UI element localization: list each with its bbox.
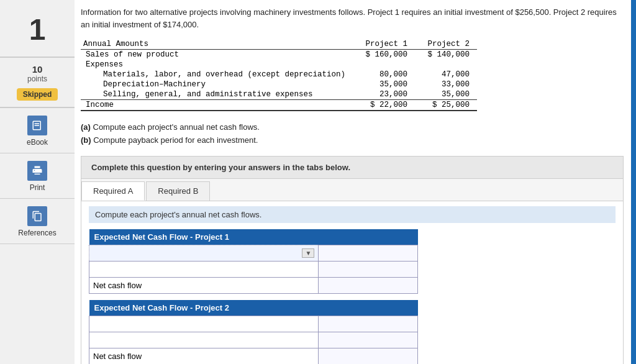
- project1-row2: [89, 261, 418, 277]
- col-annual-amounts: Annual Amounts: [81, 39, 353, 50]
- project2-answer-table: Expected Net Cash Flow - Project 2 Net: [89, 300, 418, 364]
- row-materials: Materials, labor, and overhead (except d…: [81, 70, 477, 80]
- selling-p2: 35,000: [415, 89, 477, 100]
- tab-required-a[interactable]: Required A: [81, 181, 145, 201]
- project2-row1-value[interactable]: [319, 316, 418, 332]
- project2-net-value[interactable]: [319, 348, 418, 364]
- sales-p2: $ 140,000: [415, 50, 477, 60]
- row-expenses-header: Expenses: [81, 60, 477, 70]
- project2-net-input[interactable]: [322, 352, 414, 361]
- tab-content-required-a: Compute each project's annual net cash f…: [81, 201, 623, 364]
- project2-row1: [89, 316, 418, 332]
- project1-header-value: [319, 229, 418, 245]
- col-project2-header: Project 2: [415, 39, 477, 50]
- project2-row2: [89, 332, 418, 348]
- col-project1-header: Project 1: [353, 39, 415, 50]
- expenses-label: Expenses: [81, 60, 353, 70]
- right-accent-bar: [631, 0, 636, 364]
- project2-net-label: Net cash flow: [89, 348, 319, 364]
- banner-text: Complete this question by entering your …: [91, 163, 350, 172]
- print-tool[interactable]: Print: [0, 153, 75, 199]
- materials-p2: 47,000: [415, 70, 477, 80]
- materials-label: Materials, labor, and overhead (except d…: [81, 70, 353, 80]
- project2-net-row: Net cash flow: [89, 348, 418, 364]
- copy-icon: [27, 206, 47, 226]
- tabs-section: Required A Required B Compute each proje…: [81, 179, 624, 364]
- project2-row2-value[interactable]: [319, 332, 418, 348]
- income-p1: $ 22,000: [353, 100, 415, 111]
- depreciation-p2: 33,000: [415, 80, 477, 89]
- project2-row1-input[interactable]: [322, 319, 414, 329]
- complete-banner: Complete this question by entering your …: [81, 156, 624, 179]
- selling-p1: 23,000: [353, 89, 415, 100]
- problem-number: 1: [0, 6, 75, 58]
- points-section: 10 points Skipped: [0, 58, 75, 108]
- part-a-bold: (a): [81, 122, 91, 132]
- depreciation-label: Depreciation–Machinery: [81, 80, 353, 89]
- row-selling: Selling, general, and administrative exp…: [81, 89, 477, 100]
- instruction-b: (b) Compute payback period for each inve…: [81, 134, 624, 147]
- project2-row2-label: [89, 332, 319, 348]
- income-p2: $ 25,000: [415, 100, 477, 111]
- project1-row2-value[interactable]: [319, 261, 418, 277]
- dropdown-arrow-icon[interactable]: ▼: [302, 248, 314, 258]
- project1-net-row: Net cash flow: [89, 277, 418, 293]
- project1-row1-value[interactable]: [319, 245, 418, 261]
- ebook-tool[interactable]: eBook: [0, 108, 75, 153]
- compute-text: Compute each project's annual net cash f…: [89, 206, 616, 223]
- selling-label: Selling, general, and administrative exp…: [81, 89, 353, 100]
- expenses-p1: [353, 60, 415, 70]
- project1-net-value[interactable]: [319, 277, 418, 293]
- print-icon: [27, 161, 47, 181]
- project2-row1-label: [89, 316, 319, 332]
- project2-row2-input[interactable]: [322, 335, 414, 345]
- points-number: 10: [0, 64, 75, 75]
- references-label: References: [18, 229, 56, 237]
- project1-header-label: Expected Net Cash Flow - Project 1: [89, 229, 319, 245]
- project1-row1-input[interactable]: [322, 248, 414, 258]
- depreciation-p1: 35,000: [353, 80, 415, 89]
- project1-row2-label: [89, 261, 319, 277]
- data-table: Annual Amounts Project 1 Project 2 Sales…: [81, 39, 477, 111]
- sales-label: Sales of new product: [81, 50, 353, 60]
- main-content: Information for two alternative projects…: [75, 0, 636, 364]
- project1-answer-table: Expected Net Cash Flow - Project 1 ▼: [89, 229, 418, 294]
- instructions: (a) Compute each project's annual net ca…: [81, 121, 624, 147]
- row-sales: Sales of new product $ 160,000 $ 140,000: [81, 50, 477, 60]
- ebook-label: eBook: [27, 138, 48, 147]
- question-text: Information for two alternative projects…: [81, 6, 624, 30]
- print-label: Print: [30, 183, 45, 192]
- row-income: Income $ 22,000 $ 25,000: [81, 100, 477, 111]
- book-icon: [27, 116, 47, 135]
- sales-p1: $ 160,000: [353, 50, 415, 60]
- project1-dropdown-cell: ▼: [93, 248, 314, 258]
- skipped-badge: Skipped: [17, 88, 58, 101]
- sidebar: 1 10 points Skipped eBook Print Referenc…: [0, 0, 75, 364]
- project1-row2-input[interactable]: [322, 265, 414, 274]
- references-tool[interactable]: References: [0, 199, 75, 244]
- instruction-a: (a) Compute each project's annual net ca…: [81, 121, 624, 134]
- project2-header-label: Expected Net Cash Flow - Project 2: [89, 300, 319, 316]
- project2-header-value: [319, 300, 418, 316]
- expenses-p2: [415, 60, 477, 70]
- tabs-row: Required A Required B: [81, 179, 623, 201]
- part-b-bold: (b): [81, 135, 91, 145]
- project1-row1: ▼: [89, 245, 418, 261]
- points-label: points: [0, 75, 75, 83]
- project1-header-row: Expected Net Cash Flow - Project 1: [89, 229, 418, 245]
- project1-net-label: Net cash flow: [89, 277, 319, 293]
- row-depreciation: Depreciation–Machinery 35,000 33,000: [81, 80, 477, 89]
- project2-header-row: Expected Net Cash Flow - Project 2: [89, 300, 418, 316]
- materials-p1: 80,000: [353, 70, 415, 80]
- tab-required-b[interactable]: Required B: [146, 181, 210, 201]
- income-label: Income: [81, 100, 353, 111]
- project1-row1-label: ▼: [89, 245, 319, 261]
- project1-net-input[interactable]: [322, 281, 414, 290]
